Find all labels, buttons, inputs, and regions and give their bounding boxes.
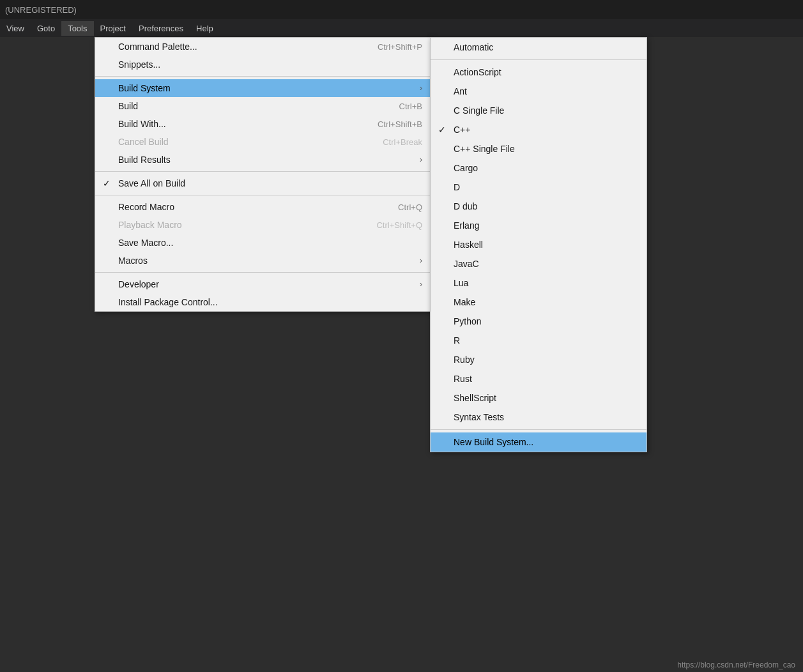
build-system-label: Build System bbox=[118, 83, 171, 93]
menu-item-command-palette[interactable]: Command Palette... Ctrl+Shift+P bbox=[95, 38, 432, 56]
build-system-ant[interactable]: Ant bbox=[431, 82, 646, 101]
build-system-new[interactable]: New Build System... bbox=[431, 432, 646, 452]
developer-arrow: › bbox=[420, 280, 422, 289]
cpp-label: C++ bbox=[454, 125, 470, 135]
build-shortcut: Ctrl+B bbox=[374, 102, 422, 111]
d-label: D bbox=[454, 182, 460, 192]
menu-item-cancel-build[interactable]: Cancel Build Ctrl+Break bbox=[95, 133, 432, 151]
save-all-checkmark: ✓ bbox=[103, 178, 111, 188]
separator-3 bbox=[95, 195, 432, 195]
save-macro-label: Save Macro... bbox=[118, 238, 173, 248]
lua-label: Lua bbox=[454, 278, 468, 288]
build-system-separator-2 bbox=[431, 429, 646, 430]
syntax-tests-label: Syntax Tests bbox=[454, 412, 504, 422]
erlang-label: Erlang bbox=[454, 220, 479, 231]
menu-goto[interactable]: Goto bbox=[31, 21, 61, 36]
record-macro-label: Record Macro bbox=[118, 202, 174, 212]
menu-help[interactable]: Help bbox=[190, 21, 220, 36]
build-system-cpp-single-file[interactable]: C++ Single File bbox=[431, 139, 646, 158]
macros-label: Macros bbox=[118, 256, 148, 266]
cpp-single-file-label: C++ Single File bbox=[454, 144, 515, 154]
build-system-make[interactable]: Make bbox=[431, 293, 646, 312]
cpp-checkmark: ✓ bbox=[438, 125, 446, 135]
ant-label: Ant bbox=[454, 86, 467, 96]
build-system-ruby[interactable]: Ruby bbox=[431, 350, 646, 369]
menu-item-save-macro[interactable]: Save Macro... bbox=[95, 234, 432, 252]
shellscript-label: ShellScript bbox=[454, 393, 496, 403]
title-text: (UNREGISTERED) bbox=[5, 5, 77, 15]
title-bar: (UNREGISTERED) bbox=[0, 0, 803, 19]
menu-item-save-all-on-build[interactable]: ✓ Save All on Build bbox=[95, 174, 432, 192]
menu-item-record-macro[interactable]: Record Macro Ctrl+Q bbox=[95, 198, 432, 216]
build-system-arrow: › bbox=[420, 84, 422, 93]
build-results-label: Build Results bbox=[118, 155, 171, 165]
c-single-file-label: C Single File bbox=[454, 105, 504, 116]
build-label: Build bbox=[118, 101, 138, 111]
separator-2 bbox=[95, 171, 432, 172]
build-system-javac[interactable]: JavaC bbox=[431, 254, 646, 273]
build-system-submenu: Automatic ActionScript Ant C Single File… bbox=[430, 37, 647, 452]
menu-item-build[interactable]: Build Ctrl+B bbox=[95, 97, 432, 115]
cargo-label: Cargo bbox=[454, 163, 478, 173]
ruby-label: Ruby bbox=[454, 355, 475, 365]
separator-1 bbox=[95, 76, 432, 77]
build-system-separator-1 bbox=[431, 59, 646, 60]
menu-item-build-with[interactable]: Build With... Ctrl+Shift+B bbox=[95, 115, 432, 133]
build-results-arrow: › bbox=[420, 155, 422, 164]
menu-item-playback-macro[interactable]: Playback Macro Ctrl+Shift+Q bbox=[95, 216, 432, 234]
menu-project[interactable]: Project bbox=[94, 21, 132, 36]
rust-label: Rust bbox=[454, 374, 472, 384]
build-system-r[interactable]: R bbox=[431, 331, 646, 350]
build-system-cpp[interactable]: ✓ C++ bbox=[431, 120, 646, 139]
automatic-label: Automatic bbox=[454, 42, 493, 52]
tools-dropdown-menu: Command Palette... Ctrl+Shift+P Snippets… bbox=[95, 37, 433, 312]
save-all-on-build-label: Save All on Build bbox=[118, 178, 185, 188]
cancel-build-label: Cancel Build bbox=[118, 137, 169, 147]
build-with-shortcut: Ctrl+Shift+B bbox=[352, 119, 422, 129]
cancel-build-shortcut: Ctrl+Break bbox=[357, 137, 422, 147]
build-system-d-dub[interactable]: D dub bbox=[431, 197, 646, 216]
build-system-d[interactable]: D bbox=[431, 178, 646, 197]
build-system-syntax-tests[interactable]: Syntax Tests bbox=[431, 408, 646, 427]
build-system-automatic[interactable]: Automatic bbox=[431, 38, 646, 57]
menu-item-install-package-control[interactable]: Install Package Control... bbox=[95, 293, 432, 311]
menu-item-build-system[interactable]: Build System › bbox=[95, 79, 432, 97]
haskell-label: Haskell bbox=[454, 240, 483, 250]
menu-tools[interactable]: Tools bbox=[61, 21, 93, 36]
build-system-lua[interactable]: Lua bbox=[431, 273, 646, 293]
playback-macro-shortcut: Ctrl+Shift+Q bbox=[351, 220, 422, 230]
build-system-cargo[interactable]: Cargo bbox=[431, 158, 646, 178]
d-dub-label: D dub bbox=[454, 201, 477, 211]
menu-item-macros[interactable]: Macros › bbox=[95, 252, 432, 270]
menu-item-developer[interactable]: Developer › bbox=[95, 275, 432, 293]
install-package-control-label: Install Package Control... bbox=[118, 297, 218, 307]
build-system-actionscript[interactable]: ActionScript bbox=[431, 63, 646, 82]
menu-item-snippets[interactable]: Snippets... bbox=[95, 56, 432, 73]
actionscript-label: ActionScript bbox=[454, 67, 501, 77]
build-system-c-single-file[interactable]: C Single File bbox=[431, 101, 646, 120]
status-url: https://blog.csdn.net/Freedom_cao bbox=[677, 661, 795, 669]
new-build-system-label: New Build System... bbox=[454, 437, 533, 447]
build-with-label: Build With... bbox=[118, 119, 166, 129]
javac-label: JavaC bbox=[454, 259, 479, 269]
command-palette-shortcut: Ctrl+Shift+P bbox=[352, 42, 422, 52]
command-palette-label: Command Palette... bbox=[118, 42, 197, 52]
separator-4 bbox=[95, 272, 432, 273]
record-macro-shortcut: Ctrl+Q bbox=[372, 202, 422, 212]
build-system-python[interactable]: Python bbox=[431, 312, 646, 331]
build-system-haskell[interactable]: Haskell bbox=[431, 235, 646, 254]
make-label: Make bbox=[454, 297, 475, 307]
menu-preferences[interactable]: Preferences bbox=[132, 21, 190, 36]
menu-bar: View Goto Tools Project Preferences Help bbox=[0, 19, 803, 37]
build-system-shellscript[interactable]: ShellScript bbox=[431, 388, 646, 408]
python-label: Python bbox=[454, 316, 482, 326]
menu-view[interactable]: View bbox=[0, 21, 31, 36]
macros-arrow: › bbox=[420, 256, 422, 265]
snippets-label: Snippets... bbox=[118, 59, 160, 70]
build-system-rust[interactable]: Rust bbox=[431, 369, 646, 388]
playback-macro-label: Playback Macro bbox=[118, 220, 182, 230]
build-system-erlang[interactable]: Erlang bbox=[431, 216, 646, 235]
r-label: R bbox=[454, 335, 460, 346]
developer-label: Developer bbox=[118, 279, 159, 289]
menu-item-build-results[interactable]: Build Results › bbox=[95, 151, 432, 169]
